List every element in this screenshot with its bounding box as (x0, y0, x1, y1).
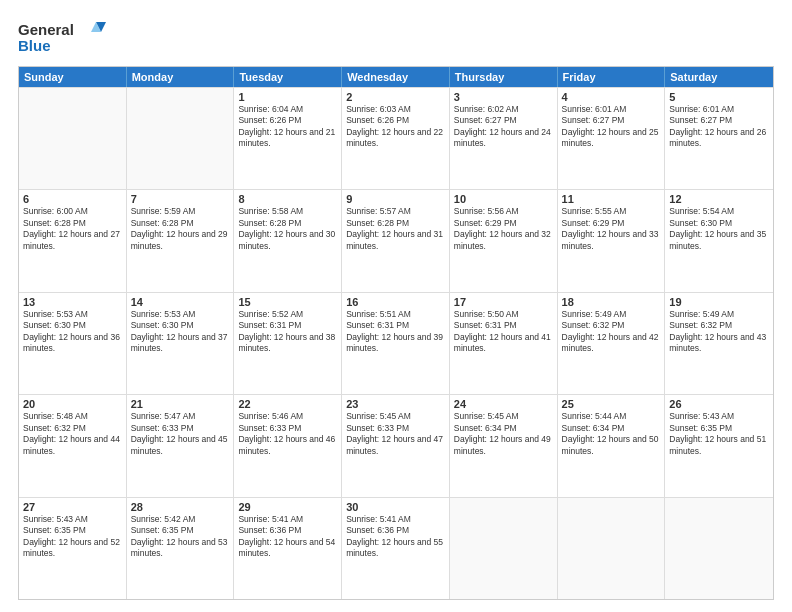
day-number-9: 9 (346, 193, 445, 205)
day-info-19: Sunrise: 5:49 AM Sunset: 6:32 PM Dayligh… (669, 309, 769, 355)
day-27: 27Sunrise: 5:43 AM Sunset: 6:35 PM Dayli… (19, 498, 127, 599)
day-number-13: 13 (23, 296, 122, 308)
header-day-thursday: Thursday (450, 67, 558, 87)
day-info-16: Sunrise: 5:51 AM Sunset: 6:31 PM Dayligh… (346, 309, 445, 355)
day-number-17: 17 (454, 296, 553, 308)
day-25: 25Sunrise: 5:44 AM Sunset: 6:34 PM Dayli… (558, 395, 666, 496)
day-number-30: 30 (346, 501, 445, 513)
day-number-11: 11 (562, 193, 661, 205)
day-number-19: 19 (669, 296, 769, 308)
day-info-24: Sunrise: 5:45 AM Sunset: 6:34 PM Dayligh… (454, 411, 553, 457)
day-info-21: Sunrise: 5:47 AM Sunset: 6:33 PM Dayligh… (131, 411, 230, 457)
day-11: 11Sunrise: 5:55 AM Sunset: 6:29 PM Dayli… (558, 190, 666, 291)
day-5: 5Sunrise: 6:01 AM Sunset: 6:27 PM Daylig… (665, 88, 773, 189)
day-28: 28Sunrise: 5:42 AM Sunset: 6:35 PM Dayli… (127, 498, 235, 599)
day-number-3: 3 (454, 91, 553, 103)
day-info-12: Sunrise: 5:54 AM Sunset: 6:30 PM Dayligh… (669, 206, 769, 252)
empty-cell (665, 498, 773, 599)
day-4: 4Sunrise: 6:01 AM Sunset: 6:27 PM Daylig… (558, 88, 666, 189)
calendar: SundayMondayTuesdayWednesdayThursdayFrid… (18, 66, 774, 600)
day-info-17: Sunrise: 5:50 AM Sunset: 6:31 PM Dayligh… (454, 309, 553, 355)
logo: General Blue (18, 18, 108, 56)
page: General Blue SundayMondayTuesdayWednesda… (0, 0, 792, 612)
day-23: 23Sunrise: 5:45 AM Sunset: 6:33 PM Dayli… (342, 395, 450, 496)
day-13: 13Sunrise: 5:53 AM Sunset: 6:30 PM Dayli… (19, 293, 127, 394)
svg-text:General: General (18, 21, 74, 38)
day-30: 30Sunrise: 5:41 AM Sunset: 6:36 PM Dayli… (342, 498, 450, 599)
day-14: 14Sunrise: 5:53 AM Sunset: 6:30 PM Dayli… (127, 293, 235, 394)
day-number-7: 7 (131, 193, 230, 205)
logo-svg: General Blue (18, 18, 108, 56)
header-day-wednesday: Wednesday (342, 67, 450, 87)
day-info-8: Sunrise: 5:58 AM Sunset: 6:28 PM Dayligh… (238, 206, 337, 252)
day-info-9: Sunrise: 5:57 AM Sunset: 6:28 PM Dayligh… (346, 206, 445, 252)
day-info-14: Sunrise: 5:53 AM Sunset: 6:30 PM Dayligh… (131, 309, 230, 355)
day-info-20: Sunrise: 5:48 AM Sunset: 6:32 PM Dayligh… (23, 411, 122, 457)
day-info-6: Sunrise: 6:00 AM Sunset: 6:28 PM Dayligh… (23, 206, 122, 252)
day-number-22: 22 (238, 398, 337, 410)
header-day-tuesday: Tuesday (234, 67, 342, 87)
day-20: 20Sunrise: 5:48 AM Sunset: 6:32 PM Dayli… (19, 395, 127, 496)
day-info-23: Sunrise: 5:45 AM Sunset: 6:33 PM Dayligh… (346, 411, 445, 457)
day-number-21: 21 (131, 398, 230, 410)
day-number-4: 4 (562, 91, 661, 103)
empty-cell (19, 88, 127, 189)
day-24: 24Sunrise: 5:45 AM Sunset: 6:34 PM Dayli… (450, 395, 558, 496)
day-number-2: 2 (346, 91, 445, 103)
day-number-25: 25 (562, 398, 661, 410)
day-19: 19Sunrise: 5:49 AM Sunset: 6:32 PM Dayli… (665, 293, 773, 394)
header-day-monday: Monday (127, 67, 235, 87)
day-29: 29Sunrise: 5:41 AM Sunset: 6:36 PM Dayli… (234, 498, 342, 599)
day-number-6: 6 (23, 193, 122, 205)
empty-cell (450, 498, 558, 599)
day-16: 16Sunrise: 5:51 AM Sunset: 6:31 PM Dayli… (342, 293, 450, 394)
day-number-1: 1 (238, 91, 337, 103)
day-15: 15Sunrise: 5:52 AM Sunset: 6:31 PM Dayli… (234, 293, 342, 394)
empty-cell (127, 88, 235, 189)
week-row-4: 20Sunrise: 5:48 AM Sunset: 6:32 PM Dayli… (19, 394, 773, 496)
day-number-12: 12 (669, 193, 769, 205)
day-number-23: 23 (346, 398, 445, 410)
day-3: 3Sunrise: 6:02 AM Sunset: 6:27 PM Daylig… (450, 88, 558, 189)
calendar-header: SundayMondayTuesdayWednesdayThursdayFrid… (19, 67, 773, 87)
day-number-18: 18 (562, 296, 661, 308)
day-info-22: Sunrise: 5:46 AM Sunset: 6:33 PM Dayligh… (238, 411, 337, 457)
day-info-18: Sunrise: 5:49 AM Sunset: 6:32 PM Dayligh… (562, 309, 661, 355)
day-26: 26Sunrise: 5:43 AM Sunset: 6:35 PM Dayli… (665, 395, 773, 496)
day-info-28: Sunrise: 5:42 AM Sunset: 6:35 PM Dayligh… (131, 514, 230, 560)
header-day-friday: Friday (558, 67, 666, 87)
day-number-14: 14 (131, 296, 230, 308)
svg-text:Blue: Blue (18, 37, 51, 54)
day-info-29: Sunrise: 5:41 AM Sunset: 6:36 PM Dayligh… (238, 514, 337, 560)
day-info-1: Sunrise: 6:04 AM Sunset: 6:26 PM Dayligh… (238, 104, 337, 150)
calendar-body: 1Sunrise: 6:04 AM Sunset: 6:26 PM Daylig… (19, 87, 773, 599)
day-17: 17Sunrise: 5:50 AM Sunset: 6:31 PM Dayli… (450, 293, 558, 394)
day-21: 21Sunrise: 5:47 AM Sunset: 6:33 PM Dayli… (127, 395, 235, 496)
day-info-3: Sunrise: 6:02 AM Sunset: 6:27 PM Dayligh… (454, 104, 553, 150)
day-info-5: Sunrise: 6:01 AM Sunset: 6:27 PM Dayligh… (669, 104, 769, 150)
day-info-30: Sunrise: 5:41 AM Sunset: 6:36 PM Dayligh… (346, 514, 445, 560)
day-number-15: 15 (238, 296, 337, 308)
day-9: 9Sunrise: 5:57 AM Sunset: 6:28 PM Daylig… (342, 190, 450, 291)
day-number-26: 26 (669, 398, 769, 410)
day-info-4: Sunrise: 6:01 AM Sunset: 6:27 PM Dayligh… (562, 104, 661, 150)
header: General Blue (18, 18, 774, 56)
day-number-24: 24 (454, 398, 553, 410)
day-number-5: 5 (669, 91, 769, 103)
day-18: 18Sunrise: 5:49 AM Sunset: 6:32 PM Dayli… (558, 293, 666, 394)
day-info-2: Sunrise: 6:03 AM Sunset: 6:26 PM Dayligh… (346, 104, 445, 150)
header-day-saturday: Saturday (665, 67, 773, 87)
day-number-8: 8 (238, 193, 337, 205)
day-12: 12Sunrise: 5:54 AM Sunset: 6:30 PM Dayli… (665, 190, 773, 291)
day-number-20: 20 (23, 398, 122, 410)
day-info-26: Sunrise: 5:43 AM Sunset: 6:35 PM Dayligh… (669, 411, 769, 457)
day-number-28: 28 (131, 501, 230, 513)
week-row-2: 6Sunrise: 6:00 AM Sunset: 6:28 PM Daylig… (19, 189, 773, 291)
day-info-7: Sunrise: 5:59 AM Sunset: 6:28 PM Dayligh… (131, 206, 230, 252)
header-day-sunday: Sunday (19, 67, 127, 87)
day-6: 6Sunrise: 6:00 AM Sunset: 6:28 PM Daylig… (19, 190, 127, 291)
day-8: 8Sunrise: 5:58 AM Sunset: 6:28 PM Daylig… (234, 190, 342, 291)
empty-cell (558, 498, 666, 599)
day-info-11: Sunrise: 5:55 AM Sunset: 6:29 PM Dayligh… (562, 206, 661, 252)
day-1: 1Sunrise: 6:04 AM Sunset: 6:26 PM Daylig… (234, 88, 342, 189)
